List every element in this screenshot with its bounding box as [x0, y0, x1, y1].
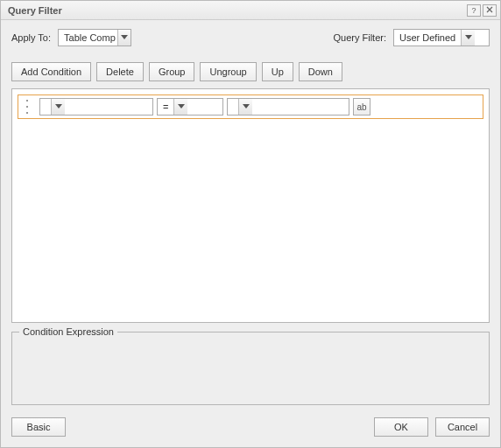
chevron-down-icon: [238, 99, 252, 115]
condition-expression-legend: Condition Expression: [19, 326, 117, 337]
close-button[interactable]: [483, 4, 497, 17]
ungroup-button[interactable]: Ungroup: [200, 62, 256, 81]
chevron-down-icon: [173, 99, 187, 115]
top-row: Apply To: Table Comp Query Filter: User …: [11, 29, 490, 46]
query-filter-select[interactable]: User Defined: [393, 29, 490, 46]
chevron-down-icon: [461, 30, 475, 46]
dialog-content: Apply To: Table Comp Query Filter: User …: [1, 20, 500, 447]
help-button[interactable]: ?: [467, 4, 481, 17]
dialog-title: Query Filter: [8, 5, 465, 16]
chevron-down-icon: [117, 30, 131, 46]
ok-button[interactable]: OK: [374, 417, 428, 437]
delete-button[interactable]: Delete: [96, 62, 144, 81]
apply-to-label: Apply To:: [11, 32, 51, 43]
value-select[interactable]: [227, 98, 349, 116]
operator-value: =: [158, 102, 173, 112]
chevron-down-icon: [51, 99, 65, 115]
basic-button[interactable]: Basic: [11, 417, 66, 437]
group-button[interactable]: Group: [149, 62, 195, 81]
operator-select[interactable]: =: [157, 98, 223, 116]
apply-to-value: Table Comp: [59, 32, 117, 43]
condition-expression-group: Condition Expression: [11, 332, 490, 405]
titlebar: Query Filter ?: [1, 1, 500, 20]
query-filter-value: User Defined: [394, 32, 461, 43]
text-type-icon: ab: [356, 102, 366, 112]
type-toggle-button[interactable]: ab: [353, 98, 370, 116]
conditions-panel: = ab: [11, 88, 490, 323]
field-select[interactable]: [39, 98, 153, 116]
drag-handle-icon[interactable]: [24, 100, 31, 114]
up-button[interactable]: Up: [262, 62, 293, 81]
query-filter-dialog: Query Filter ? Apply To: Table Comp Quer…: [0, 0, 501, 448]
cancel-button[interactable]: Cancel: [435, 417, 490, 437]
footer: Basic OK Cancel: [11, 417, 490, 437]
query-filter-label: Query Filter:: [333, 32, 386, 43]
add-condition-button[interactable]: Add Condition: [11, 62, 91, 81]
condition-row[interactable]: = ab: [18, 94, 483, 119]
toolbar: Add Condition Delete Group Ungroup Up Do…: [11, 62, 490, 81]
down-button[interactable]: Down: [299, 62, 342, 81]
apply-to-select[interactable]: Table Comp: [58, 29, 131, 46]
